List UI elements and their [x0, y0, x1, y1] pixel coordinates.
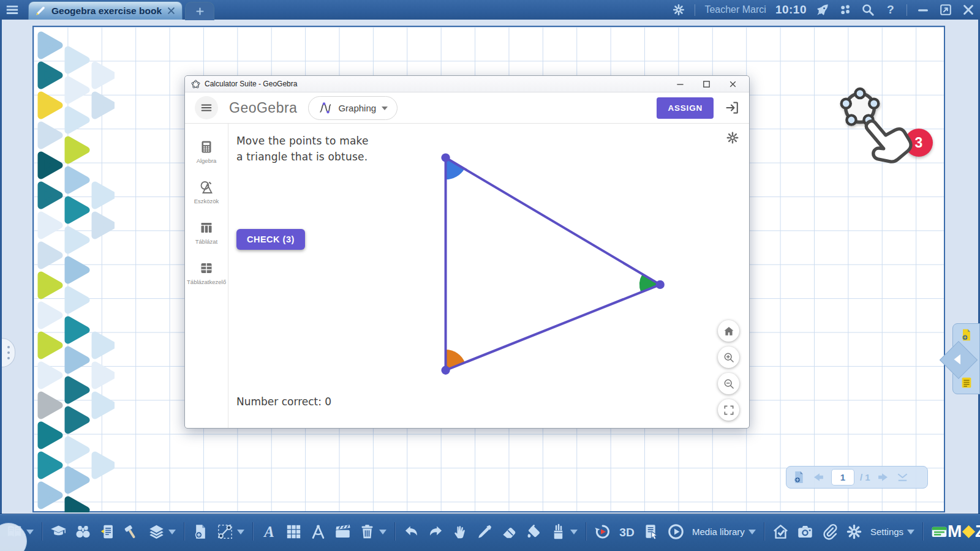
home-icon [723, 325, 735, 337]
draggable-vertex[interactable] [441, 153, 450, 162]
sidebar-item-táblázat[interactable]: Táblázat [185, 220, 228, 246]
threed-icon[interactable]: 3D [619, 523, 635, 540]
sidebar-item-algebra[interactable]: Algebra [185, 140, 228, 165]
sidebar-item-eszközök[interactable]: Eszközök [185, 180, 228, 205]
minimize-icon[interactable] [916, 3, 930, 17]
apps-grid-icon[interactable] [839, 3, 852, 17]
tab-close-icon[interactable] [167, 6, 176, 15]
deco-triangle [41, 485, 59, 506]
draggable-vertex[interactable] [441, 366, 450, 375]
prev-page-icon[interactable] [812, 470, 826, 484]
rocket-icon[interactable] [816, 3, 829, 17]
add-page-icon[interactable] [792, 470, 806, 484]
homework-notes-icon [99, 523, 116, 540]
hand-icon [452, 523, 469, 540]
sign-in-icon[interactable] [725, 100, 739, 115]
sidebar-item-táblázatkezelő[interactable]: Táblázatkezelő [185, 261, 228, 286]
triangle-figure[interactable] [228, 124, 749, 428]
geogebra-canvas[interactable]: Move the points to make a triangle that … [228, 124, 749, 428]
gear-icon [846, 523, 862, 540]
text-tool-icon[interactable]: A [261, 523, 277, 540]
right-panel-handle[interactable] [952, 323, 980, 394]
chevron-down-icon[interactable] [907, 530, 914, 538]
home-button[interactable] [718, 320, 739, 342]
binoculars-icon[interactable] [75, 523, 91, 540]
script-icon[interactable] [643, 523, 660, 540]
eraser-icon[interactable] [501, 523, 518, 540]
collapse-left-icon[interactable] [949, 351, 967, 368]
table-tool-icon[interactable] [285, 523, 302, 540]
chevron-down-icon[interactable] [237, 530, 244, 538]
win-maximize-icon[interactable] [701, 79, 712, 89]
toolbar-divider [586, 522, 586, 541]
chevron-down-icon[interactable] [570, 530, 578, 538]
media-library-button[interactable]: Media library [692, 525, 756, 538]
deco-triangle [95, 185, 113, 206]
chevron-down-icon[interactable] [26, 530, 34, 538]
hand-icon[interactable] [452, 523, 469, 540]
homework-notes-icon[interactable] [99, 523, 116, 540]
close-icon[interactable] [962, 3, 975, 17]
help-icon[interactable]: ? [884, 3, 897, 17]
graduation-cap-icon[interactable] [50, 523, 67, 540]
tools-hammer-icon[interactable] [124, 523, 140, 540]
restore-window-icon[interactable] [939, 3, 952, 17]
marker-icon [477, 523, 493, 540]
page-number-input[interactable]: 1 [831, 469, 854, 485]
tab-geogebra-exercise-book[interactable]: Geogebra exercise book [28, 1, 183, 20]
polyline-icon[interactable] [217, 523, 244, 540]
mode-selector[interactable]: Graphing [308, 96, 398, 120]
media-clapper-icon[interactable] [334, 523, 351, 540]
user-name[interactable]: Teacher Marci [704, 4, 766, 15]
pen-holder-icon[interactable] [550, 523, 578, 540]
sync-settings-icon[interactable] [672, 3, 685, 17]
assign-button[interactable]: ASSIGN [657, 97, 714, 119]
page-count-label: / 1 [860, 472, 870, 482]
play-circle-icon[interactable] [668, 523, 684, 540]
settings-button[interactable]: Settings [870, 525, 914, 538]
marker-icon[interactable] [477, 523, 493, 540]
triangle-edges[interactable] [446, 158, 660, 370]
layers-icon[interactable] [148, 523, 176, 540]
new-tab-button[interactable] [185, 2, 214, 20]
mode-label: Graphing [338, 103, 376, 113]
notes-icon[interactable] [960, 376, 973, 389]
undo-icon[interactable] [403, 523, 420, 540]
add-page-icon[interactable] [960, 328, 973, 342]
add-page-icon[interactable] [192, 523, 209, 540]
chevron-down-icon[interactable] [168, 530, 176, 538]
applet-settings-icon[interactable] [726, 131, 739, 144]
script-icon [643, 523, 660, 540]
menu-icon[interactable] [6, 3, 19, 17]
next-page-icon[interactable] [876, 470, 890, 484]
check-button[interactable]: CHECK (3) [236, 229, 305, 250]
geogebra-menu-button[interactable] [195, 96, 218, 119]
win-minimize-icon[interactable] [675, 79, 685, 89]
toolbar-divider [394, 522, 395, 541]
zoom-in-button[interactable] [718, 347, 739, 368]
chevron-down-icon[interactable] [748, 530, 756, 538]
trash-icon[interactable] [359, 523, 386, 540]
geogebra-titlebar[interactable]: Calculator Suite - GeoGebra [185, 76, 749, 92]
deco-triangle [41, 65, 59, 86]
win-close-icon[interactable] [728, 79, 738, 89]
fill-bucket-icon[interactable] [526, 523, 542, 540]
fullscreen-button[interactable] [718, 399, 739, 421]
graduation-cap-icon [50, 523, 67, 540]
camera-icon[interactable] [797, 523, 813, 540]
divider [695, 4, 695, 16]
draggable-vertex[interactable] [656, 280, 665, 289]
animation-icon[interactable] [594, 523, 611, 540]
chevron-down-icon[interactable] [379, 530, 386, 538]
keyboard-icon[interactable] [931, 523, 948, 540]
left-drawer-handle[interactable] [2, 338, 15, 367]
search-icon[interactable] [861, 3, 875, 17]
paperclip-icon[interactable] [821, 523, 838, 540]
gear-icon[interactable] [846, 523, 862, 540]
redo-icon[interactable] [428, 523, 444, 540]
home-check-icon[interactable] [772, 523, 789, 540]
toolbar-divider [184, 522, 184, 541]
hide-navbar-icon[interactable] [895, 470, 910, 484]
zoom-out-button[interactable] [718, 373, 739, 394]
compass-icon[interactable] [310, 523, 326, 540]
